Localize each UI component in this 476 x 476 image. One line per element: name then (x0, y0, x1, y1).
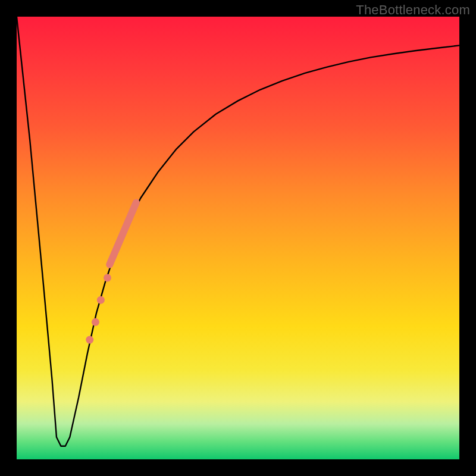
bottleneck-curve (17, 17, 459, 446)
curve-marker (86, 336, 93, 344)
curve-markers (86, 274, 111, 343)
curve-layer (17, 17, 459, 459)
plot-area (17, 17, 459, 459)
chart-stage: TheBottleneck.com (0, 0, 476, 476)
curve-highlight-segment (109, 202, 136, 264)
curve-marker (104, 274, 111, 281)
curve-marker (92, 318, 99, 326)
curve-marker (97, 296, 105, 304)
watermark-text: TheBottleneck.com (356, 2, 470, 18)
